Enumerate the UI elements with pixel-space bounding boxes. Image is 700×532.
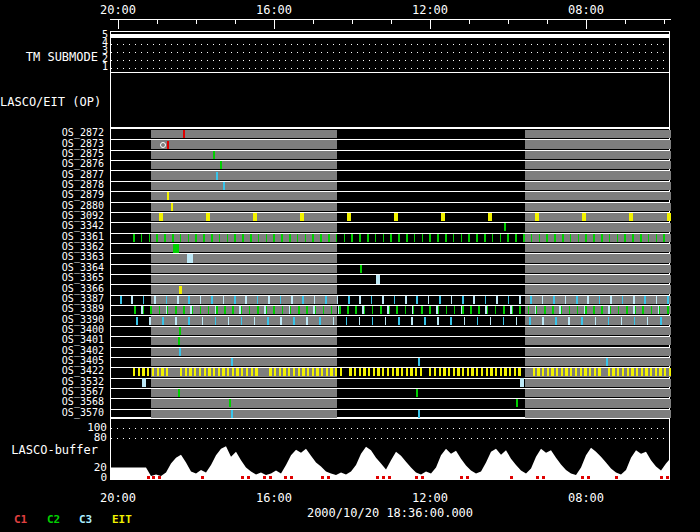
os-event-tick xyxy=(319,317,321,325)
os-event-tick xyxy=(268,296,270,304)
os-event-tick xyxy=(510,306,512,314)
os-event-tick xyxy=(206,213,210,221)
os-event-tick xyxy=(220,161,222,169)
os-event-tick xyxy=(655,368,657,376)
os-event-tick xyxy=(147,368,149,376)
os-event-tick xyxy=(593,306,595,314)
os-row-shading xyxy=(525,306,671,314)
os-event-tick xyxy=(439,368,441,376)
os-event-tick xyxy=(401,368,403,376)
tm-submode-gridline-4 xyxy=(111,44,669,45)
os-event-tick xyxy=(288,368,290,376)
os-event-tick xyxy=(544,306,546,314)
os-event-tick xyxy=(508,296,510,304)
os-row-shading xyxy=(525,171,671,179)
os-event-tick xyxy=(514,368,516,376)
os-row-separator xyxy=(111,409,669,410)
os-event-tick xyxy=(241,317,243,325)
os-event-tick xyxy=(152,368,154,376)
os-row-separator xyxy=(111,170,669,171)
os-event-tick xyxy=(542,368,544,376)
buffer-red-mark xyxy=(327,476,330,479)
os-event-tick xyxy=(246,368,248,376)
os-event-tick xyxy=(338,306,340,314)
os-event-tick xyxy=(375,234,377,242)
os-event-tick xyxy=(223,296,225,304)
os-event-tick xyxy=(300,213,304,221)
os-event-tick xyxy=(305,234,307,242)
os-event-tick xyxy=(633,296,635,304)
os-event-tick xyxy=(418,410,420,418)
os-event-tick xyxy=(202,317,204,325)
os-row-shading xyxy=(525,182,671,190)
os-event-tick xyxy=(189,368,191,376)
os-row-shading xyxy=(525,389,671,397)
os-event-tick xyxy=(372,317,374,325)
os-event-tick xyxy=(429,234,431,242)
os-event-tick xyxy=(200,296,202,304)
buffer-red-mark xyxy=(376,476,379,479)
os-event-tick xyxy=(229,399,231,407)
buffer-red-mark xyxy=(382,476,385,479)
os-event-tick xyxy=(239,306,241,314)
os-event-tick xyxy=(314,296,316,304)
os-event-tick xyxy=(349,368,351,376)
os-event-tick xyxy=(412,306,414,314)
os-event-tick xyxy=(439,296,441,304)
os-row-shading xyxy=(151,182,337,190)
os-row-shading xyxy=(151,192,337,200)
os-event-tick xyxy=(215,306,217,314)
os-event-tick xyxy=(490,317,492,325)
os-row-label: OS_3389 xyxy=(0,304,104,314)
os-event-tick xyxy=(552,306,554,314)
buffer-red-mark xyxy=(542,476,545,479)
os-event-tick xyxy=(376,275,380,284)
os-event-tick xyxy=(156,234,158,242)
os-event-tick xyxy=(234,296,236,304)
os-event-tick xyxy=(476,368,478,376)
os-event-tick xyxy=(535,213,539,221)
os-event-tick xyxy=(257,306,259,314)
buffer-ylabel: 0 xyxy=(77,472,107,483)
os-event-tick xyxy=(576,296,578,304)
os-event-tick xyxy=(302,296,304,304)
os-event-tick xyxy=(231,358,233,366)
os-row-separator xyxy=(111,295,669,296)
os-event-tick xyxy=(601,234,603,242)
os-event-tick xyxy=(161,368,163,376)
os-event-tick xyxy=(154,296,156,304)
os-row-shading xyxy=(525,254,671,262)
os-row-shading xyxy=(525,140,671,148)
os-event-tick xyxy=(264,306,266,314)
os-event-tick xyxy=(187,254,193,263)
os-event-tick xyxy=(223,182,225,190)
os-row-shading xyxy=(151,254,337,262)
os-event-tick xyxy=(496,296,498,304)
os-event-tick xyxy=(531,234,533,242)
os-event-tick xyxy=(150,306,152,314)
buffer-red-mark xyxy=(201,476,204,479)
os-event-tick xyxy=(405,306,407,314)
os-row-shading xyxy=(525,244,671,252)
os-row-shading xyxy=(525,399,671,407)
lasco-buffer-panel xyxy=(110,418,670,480)
os-event-tick xyxy=(211,234,213,242)
minor-hour-tick xyxy=(508,19,509,24)
os-event-tick xyxy=(188,234,190,242)
os-row-separator xyxy=(111,336,669,337)
os-event-tick xyxy=(585,234,587,242)
os-event-tick xyxy=(199,368,201,376)
os-event-tick xyxy=(390,234,392,242)
os-event-tick xyxy=(172,234,174,242)
os-event-tick xyxy=(601,306,603,314)
os-event-tick xyxy=(219,234,221,242)
os-row-shading xyxy=(525,316,671,324)
os-event-tick xyxy=(149,234,151,242)
buffer-fill-polygon xyxy=(111,446,669,479)
os-event-tick xyxy=(575,368,577,376)
buffer-area-chart xyxy=(111,419,669,479)
os-event-tick xyxy=(227,234,229,242)
os-event-tick xyxy=(211,296,213,304)
os-event-tick xyxy=(634,317,636,325)
os-event-tick xyxy=(387,368,389,376)
